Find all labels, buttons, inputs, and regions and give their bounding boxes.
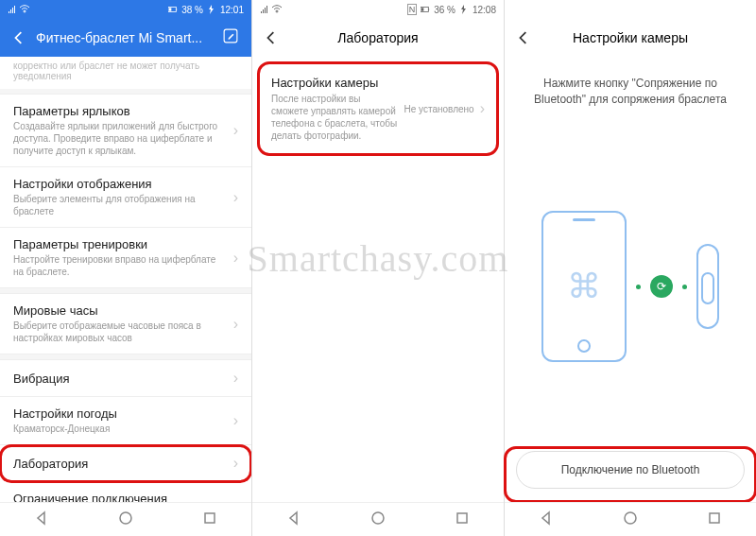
row-display[interactable]: Настройки отображенияВыберите элементы д… [0, 167, 251, 228]
signal-icon [8, 5, 17, 14]
battery-icon [421, 5, 430, 14]
nav-bar [0, 502, 251, 536]
chevron-right-icon: › [233, 316, 238, 333]
svg-rect-8 [421, 8, 424, 10]
phone-2: N 36 % 12:08 Лаборатория Настройки камер… [252, 0, 505, 536]
battery-icon [168, 5, 178, 14]
header: Настройки камеры [505, 19, 756, 57]
header-title: Настройки камеры [533, 30, 728, 45]
nav-back[interactable] [539, 510, 554, 529]
header: Фитнес-браслет Mi Smart... [0, 19, 251, 57]
nav-home[interactable] [370, 510, 386, 529]
nav-home[interactable] [118, 510, 133, 529]
row-connection-limit[interactable]: Ограничение подключенияОткл › [0, 482, 251, 502]
edit-button[interactable] [223, 28, 242, 47]
back-button[interactable] [262, 28, 281, 47]
band-icon [696, 244, 719, 329]
chevron-right-icon: › [480, 100, 485, 117]
signal-icon [260, 5, 269, 14]
chevron-right-icon: › [233, 370, 238, 387]
svg-point-11 [625, 512, 636, 524]
wifi-icon [272, 5, 282, 14]
nav-home[interactable] [623, 510, 638, 529]
faded-text: корректно или браслет не может получать … [0, 57, 251, 89]
nav-recent[interactable] [202, 510, 217, 529]
status-value: Не установлено [404, 104, 474, 114]
chevron-right-icon: › [233, 250, 238, 267]
pairing-illustration: ⌘ ⟳ [505, 127, 756, 447]
phone-icon: ⌘ [541, 211, 627, 362]
charging-icon [459, 5, 469, 14]
svg-rect-7 [429, 9, 430, 10]
sync-icon: ⟳ [650, 275, 673, 298]
wifi-icon [20, 5, 29, 14]
nav-recent[interactable] [707, 510, 722, 529]
instruction-text: Нажмите кнопку "Сопряжение по Bluetooth"… [505, 57, 756, 127]
row-worldclock[interactable]: Мировые часыВыберите отображаемые часовы… [0, 294, 251, 354]
chevron-right-icon: › [233, 122, 238, 139]
svg-rect-2 [169, 8, 172, 10]
row-camera-settings[interactable]: Настройки камеры После настройки вы смож… [258, 62, 498, 155]
svg-rect-12 [710, 513, 719, 523]
charging-icon [207, 5, 216, 14]
chevron-right-icon: › [233, 455, 238, 472]
svg-rect-10 [457, 513, 467, 523]
bluetooth-icon: ⌘ [567, 267, 601, 306]
chevron-right-icon: › [233, 497, 238, 502]
header: Лаборатория [252, 19, 504, 57]
back-button[interactable] [514, 28, 533, 47]
time: 12:01 [220, 5, 244, 15]
status-bar: 38 % 12:01 [0, 0, 251, 19]
nav-back[interactable] [286, 510, 301, 529]
row-vibration[interactable]: Вибрация › [0, 360, 251, 397]
phone-1: 38 % 12:01 Фитнес-браслет Mi Smart... ко… [0, 0, 252, 536]
row-shortcuts[interactable]: Параметры ярлыковСоздавайте ярлыки прило… [0, 95, 251, 167]
svg-point-4 [120, 512, 131, 524]
nav-recent[interactable] [455, 510, 470, 529]
nav-bar [252, 502, 504, 536]
phone-3: . Настройки камеры Нажмите кнопку "Сопря… [505, 0, 756, 536]
chevron-right-icon: › [233, 412, 238, 429]
battery-text: 38 % [181, 5, 203, 15]
row-workout[interactable]: Параметры тренировкиНастройте тренировки… [0, 228, 251, 288]
battery-text: 36 % [434, 5, 455, 15]
time: 12:08 [472, 5, 496, 15]
header-title: Лаборатория [281, 30, 475, 45]
settings-list: корректно или браслет не может получать … [0, 57, 251, 502]
chevron-right-icon: › [233, 189, 238, 206]
svg-point-9 [372, 512, 384, 524]
nfc-icon: N [407, 4, 418, 15]
header-title: Фитнес-браслет Mi Smart... [36, 30, 223, 45]
svg-rect-5 [205, 513, 215, 523]
back-button[interactable] [9, 28, 28, 47]
bluetooth-button-highlight: Подключение по Bluetooth [505, 447, 756, 502]
row-laboratory[interactable]: Лаборатория › [0, 445, 251, 482]
svg-rect-1 [177, 9, 178, 10]
row-weather[interactable]: Настройки погодыКраматорск-Донецкая › [0, 397, 251, 445]
nav-bar [505, 502, 756, 536]
nav-back[interactable] [34, 510, 49, 529]
connect-bluetooth-button[interactable]: Подключение по Bluetooth [516, 451, 745, 489]
status-bar: N 36 % 12:08 [252, 0, 504, 19]
